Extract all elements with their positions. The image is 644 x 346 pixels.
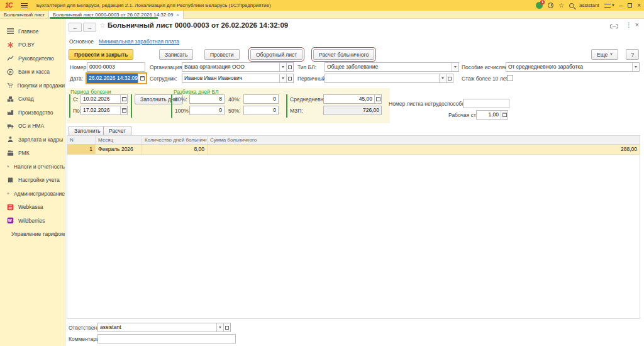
sick-pay-calculation-button[interactable]: Расчет больничного: [313, 49, 374, 60]
sidebar-item-nastroyki-ucheta[interactable]: Настройки учета: [0, 174, 65, 187]
close-app-icon[interactable]: ×: [637, 0, 641, 11]
column-header-month[interactable]: Месяц: [96, 136, 142, 144]
primary-label: Первичный:: [297, 75, 327, 82]
dropdown-icon[interactable]: [216, 323, 223, 332]
p40-field[interactable]: 0: [243, 94, 279, 104]
svg-text:%: %: [7, 165, 9, 168]
comment-field[interactable]: [97, 334, 236, 343]
p80-field[interactable]: 8: [189, 94, 225, 104]
responsible-field[interactable]: assistant: [97, 323, 231, 332]
sidebar-item-label: Покупки и продажи: [18, 82, 65, 89]
maximize-icon[interactable]: [628, 3, 632, 8]
discussions-icon[interactable]: 1: [536, 2, 543, 9]
sidebar-item-rukovoditelyu[interactable]: Руководителю: [0, 52, 65, 65]
calculate-button[interactable]: Расчет: [103, 126, 131, 136]
write-button[interactable]: Записать: [159, 49, 193, 60]
bank-coin-icon: Р: [7, 69, 14, 75]
sidebar-item-glavnoe[interactable]: Главное: [0, 25, 65, 38]
sidebar-item-label: Администрирование: [14, 191, 65, 197]
more-menu-icon[interactable]: ⋮: [626, 21, 632, 28]
date-value-selected: 26.02.2026 14:32:09: [87, 74, 138, 83]
help-button[interactable]: ?: [626, 49, 639, 60]
back-button[interactable]: ←: [69, 23, 82, 32]
sidebar-item-zarplata-kadry[interactable]: Зарплата и кадры: [0, 133, 65, 147]
seniority-checkbox[interactable]: [507, 75, 513, 81]
sidebar-item-rmk[interactable]: РМК: [0, 147, 65, 160]
dropdown-icon[interactable]: [279, 63, 286, 71]
svg-text:Р: Р: [9, 70, 12, 74]
column-header-days[interactable]: Количество дней больничного: [142, 136, 208, 144]
period-to-field[interactable]: 17.02.2026: [80, 106, 128, 115]
period-to-value: 17.02.2026: [81, 106, 120, 114]
sidebar-item-pokupki-prodazhi[interactable]: Покупки и продажи: [0, 79, 65, 92]
number-field[interactable]: 0000-0003: [87, 62, 145, 72]
sidebar-item-po-by[interactable]: PO.BY: [0, 38, 65, 52]
calendar-icon[interactable]: [120, 95, 127, 103]
sidebar-item-webkassa[interactable]: Webkassa: [0, 201, 65, 215]
dropdown-icon[interactable]: [632, 63, 639, 71]
open-icon[interactable]: [446, 74, 453, 82]
sidebar-item-nalogi[interactable]: % Налоги и отчетность: [0, 160, 65, 174]
turnover-sheet-button[interactable]: Оборотный лист: [250, 49, 303, 60]
calendar-icon[interactable]: [120, 106, 127, 114]
minimize-icon[interactable]: –: [619, 0, 623, 11]
sidebar-item-upravlenie-tarifom[interactable]: Управление тарифом: [0, 228, 65, 242]
more-button[interactable]: Еще: [591, 49, 618, 60]
open-icon[interactable]: [223, 323, 230, 332]
table-row[interactable]: 1 Февраль 2026 8,00 288,00: [67, 145, 640, 155]
settings-menu-icon[interactable]: [604, 4, 614, 8]
period-from-field[interactable]: 10.02.2026: [80, 94, 128, 104]
sidebar-item-wildberries[interactable]: W Wildberries: [0, 214, 65, 228]
search-icon[interactable]: [569, 3, 574, 8]
work-rate-field[interactable]: 1,00: [476, 110, 508, 120]
open-icon[interactable]: [286, 63, 293, 71]
avg-daily-field[interactable]: 45,00: [323, 94, 382, 104]
tab-sick-leave-list[interactable]: Больничный лист ×: [0, 11, 55, 19]
favorite-star-icon[interactable]: ☆: [99, 21, 106, 30]
main-menu-burger-icon[interactable]: [21, 3, 28, 8]
date-field[interactable]: 26.02.2026 14:32:09: [86, 72, 147, 84]
post-and-close-button[interactable]: Провести и закрыть: [69, 49, 133, 60]
sidebar-item-label: Склад: [18, 96, 34, 102]
dropdown-icon[interactable]: [439, 74, 446, 82]
link-icon[interactable]: [610, 24, 618, 30]
nav-link-min-wage[interactable]: Минимальная заработная плата: [99, 38, 179, 45]
dropdown-icon[interactable]: [279, 74, 286, 82]
p100-field[interactable]: 0: [189, 106, 225, 115]
history-icon[interactable]: [548, 3, 553, 8]
column-header-n[interactable]: N: [67, 136, 96, 144]
sidebar-item-label: РМК: [18, 150, 30, 156]
open-icon[interactable]: [286, 74, 293, 82]
sidebar-item-bank-kassa[interactable]: Р Банк и касса: [0, 65, 65, 79]
tab-close-icon[interactable]: ×: [176, 12, 179, 18]
benefit-field[interactable]: От среднедневного заработка: [506, 62, 640, 72]
post-button[interactable]: Провести: [204, 49, 240, 60]
calculator-icon[interactable]: [501, 111, 508, 119]
dropdown-icon[interactable]: [452, 63, 458, 71]
avg-daily-value: 45,00: [324, 95, 374, 103]
organization-field[interactable]: Ваша организация ООО: [182, 62, 294, 72]
current-user[interactable]: assistant: [579, 3, 599, 8]
favorites-star-icon[interactable]: ☆: [558, 0, 564, 11]
fill-button[interactable]: Заполнить: [69, 126, 106, 136]
sidebar-item-label: Главное: [18, 28, 38, 35]
sidebar-item-os-nma[interactable]: ОС и НМА: [0, 120, 65, 133]
calendar-icon[interactable]: [138, 74, 146, 83]
employee-field[interactable]: Иванов Иван Иванович: [182, 74, 294, 83]
nav-tab-main[interactable]: Основное: [69, 38, 94, 45]
cell-sum: 288,00: [208, 145, 640, 154]
certificate-number-field[interactable]: [463, 99, 509, 108]
benefit-value: От среднедневного заработка: [506, 63, 632, 71]
sick-type-field[interactable]: Общее заболевание: [325, 62, 459, 72]
sidebar-item-proizvodstvo[interactable]: Производство: [0, 106, 65, 120]
sidebar-item-administrirovanie[interactable]: Администрирование: [0, 187, 65, 201]
sidebar-item-label: PO.BY: [18, 42, 35, 48]
p50-field[interactable]: 0: [243, 106, 279, 115]
forward-button[interactable]: →: [83, 23, 96, 32]
calculator-icon[interactable]: [374, 95, 381, 103]
p50-label: 50%:: [228, 108, 240, 114]
close-form-icon[interactable]: ×: [635, 21, 639, 28]
sidebar-item-sklad[interactable]: Склад: [0, 92, 65, 106]
column-header-sum[interactable]: Сумма больничного: [208, 136, 640, 144]
primary-field[interactable]: [325, 74, 453, 83]
